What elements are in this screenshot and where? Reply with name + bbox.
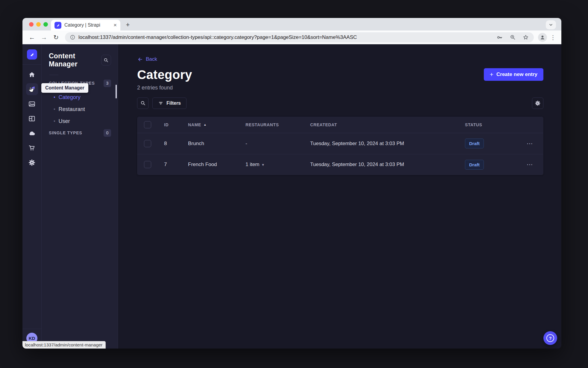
collection-type-restaurant[interactable]: • Restaurant (54, 103, 111, 115)
main-content: Back Category 2 entries found + Create n… (118, 44, 561, 349)
arrow-left-icon (137, 57, 143, 62)
table-search-button[interactable] (137, 98, 148, 109)
home-icon (28, 71, 36, 78)
bullet-icon: • (54, 119, 55, 124)
strapi-logo[interactable] (27, 49, 37, 60)
search-icon (140, 100, 146, 106)
single-types-count-badge: 0 (104, 129, 111, 137)
row-checkbox[interactable] (144, 161, 151, 168)
url-text: localhost:1337/admin/content-manager/col… (78, 34, 490, 40)
select-all-checkbox[interactable] (144, 121, 151, 128)
row-checkbox[interactable] (144, 140, 151, 147)
table-row[interactable]: 8 Brunch - Tuesday, September 10, 2024 a… (137, 133, 543, 154)
link-preview-status-bar: localhost:1337/admin/content-manager (22, 341, 106, 349)
header-createdat[interactable]: CREATEDAT (303, 122, 459, 127)
view-settings-button[interactable] (532, 98, 543, 109)
cell-name: Brunch (182, 141, 239, 147)
collection-type-label: User (59, 118, 70, 124)
chevron-down-icon (548, 22, 553, 27)
nav-media-library-button[interactable] (26, 98, 38, 110)
status-badge: Draft (465, 160, 484, 170)
row-actions-button[interactable]: ⋯ (527, 161, 533, 168)
plus-icon: + (490, 71, 493, 78)
caret-down-icon: ▾ (262, 162, 264, 167)
tab-title: Category | Strapi (64, 22, 110, 28)
browser-profile-button[interactable] (538, 33, 547, 42)
table-actions-row: Filters (137, 98, 543, 109)
zoom-page-icon[interactable] (510, 34, 516, 40)
gear-icon (28, 159, 36, 166)
collection-type-category[interactable]: • Category (54, 91, 111, 103)
strapi-app: KD Content Manager COLLECTION TYPES 3 • … (22, 44, 561, 349)
url-bar[interactable]: localhost:1337/admin/content-manager/col… (65, 32, 534, 42)
panel-divider (49, 75, 58, 75)
filter-icon (158, 101, 163, 106)
help-button[interactable]: ? (543, 331, 557, 345)
cell-id: 8 (158, 141, 182, 147)
table-header-row: ID NAME ▲ RESTAURANTS CREATEDAT STATUS (137, 117, 543, 133)
sort-ascending-icon: ▲ (204, 123, 207, 126)
cell-restaurants[interactable]: 1 item ▾ (239, 162, 303, 168)
header-id[interactable]: ID (158, 122, 182, 127)
site-info-icon[interactable] (70, 34, 75, 40)
single-types-label: SINGLE TYPES (49, 130, 82, 135)
person-icon (539, 34, 546, 41)
collection-type-label: Category (59, 94, 81, 101)
panel-search-button[interactable] (101, 55, 111, 66)
tab-search-button[interactable] (546, 20, 556, 29)
nav-tooltip: Content Manager (41, 83, 88, 93)
zoom-window-button[interactable] (43, 22, 48, 27)
bookmark-star-icon[interactable] (522, 34, 529, 41)
new-tab-button[interactable]: + (123, 20, 133, 30)
header-restaurants[interactable]: RESTAURANTS (239, 122, 303, 127)
browser-tab[interactable]: Category | Strapi × (51, 20, 120, 31)
filters-button[interactable]: Filters (152, 98, 187, 109)
shopping-cart-icon (28, 144, 36, 152)
page-title: Category (137, 68, 192, 82)
back-link[interactable]: Back (137, 56, 157, 62)
password-key-icon[interactable] (496, 34, 503, 41)
rail-divider (22, 64, 41, 65)
browser-toolbar: ← → ↻ localhost:1337/admin/content-manag… (22, 31, 561, 44)
bullet-icon: • (54, 107, 55, 112)
gear-icon (535, 100, 541, 106)
content-type-builder-icon (28, 115, 36, 122)
table-row[interactable]: 7 French Food 1 item ▾ Tuesday, Septembe… (137, 154, 543, 175)
nav-marketplace-button[interactable] (26, 142, 38, 154)
status-badge: Draft (465, 139, 484, 148)
nav-content-type-builder-button[interactable] (26, 112, 38, 124)
question-mark-icon: ? (546, 334, 554, 342)
nav-settings-button[interactable] (26, 156, 38, 168)
cell-restaurants: - (239, 141, 303, 147)
media-library-icon (28, 100, 36, 108)
close-window-button[interactable] (29, 22, 34, 27)
collection-type-user[interactable]: • User (54, 115, 111, 127)
browser-back-button[interactable]: ← (27, 33, 37, 42)
row-actions-button[interactable]: ⋯ (527, 140, 533, 147)
nav-deploy-cloud-button[interactable] (26, 127, 38, 139)
sidebar-scrollbar-thumb[interactable] (116, 85, 117, 98)
browser-reload-button[interactable]: ↻ (51, 33, 61, 42)
close-tab-icon[interactable]: × (113, 22, 117, 28)
cell-id: 7 (158, 162, 182, 168)
entries-count: 2 entries found (137, 85, 192, 91)
panel-title: Content Manager (49, 52, 101, 68)
bullet-icon: • (54, 95, 55, 100)
header-status[interactable]: STATUS (459, 122, 516, 127)
cell-name: French Food (182, 162, 239, 168)
browser-window: Category | Strapi × + ← → ↻ localhost:13… (22, 18, 561, 349)
collection-types-list: • Category • Restaurant • User (49, 91, 111, 127)
header-name[interactable]: NAME ▲ (182, 122, 239, 127)
browser-forward-button[interactable]: → (39, 33, 49, 42)
minimize-window-button[interactable] (36, 22, 41, 27)
collection-type-label: Restaurant (59, 106, 85, 112)
strapi-arrow-icon (29, 52, 35, 57)
create-new-entry-button[interactable]: + Create new entry (484, 68, 543, 81)
nav-home-button[interactable] (26, 69, 38, 80)
strapi-favicon-icon (54, 22, 61, 29)
back-link-label: Back (146, 56, 157, 62)
browser-menu-button[interactable]: ⋮ (549, 34, 557, 41)
filters-label: Filters (166, 101, 181, 106)
window-controls (29, 22, 48, 27)
cell-createdat: Tuesday, September 10, 2024 at 3:03 PM (303, 162, 459, 168)
